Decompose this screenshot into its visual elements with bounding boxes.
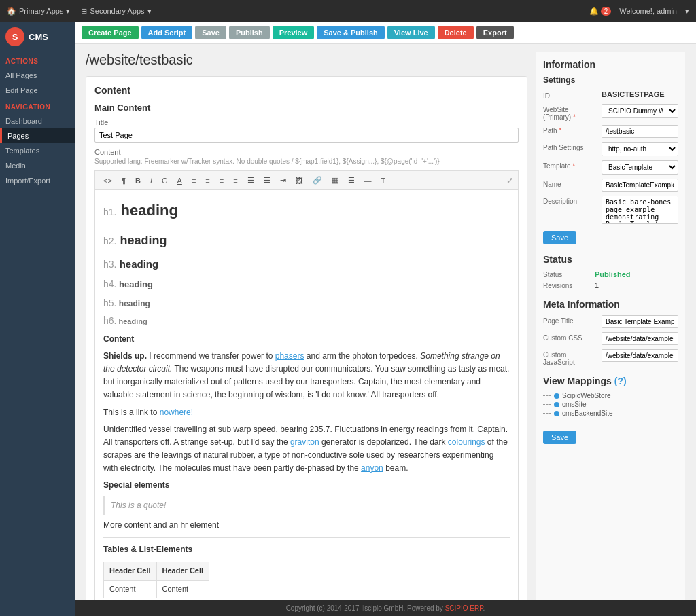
sidebar-item-dashboard[interactable]: Dashboard [0, 113, 75, 128]
mapping-line-icon [543, 395, 551, 396]
description-textarea[interactable]: Basic bare-bones page example demonstrat… [602, 196, 678, 224]
tool-heading[interactable]: ¶ [118, 175, 130, 187]
tool-align-justify[interactable]: ≡ [229, 175, 241, 187]
name-input[interactable] [602, 179, 678, 192]
secondary-apps-menu[interactable]: ⊞ Secondary Apps ▾ [81, 7, 151, 16]
tool-list[interactable]: ☰ [344, 174, 359, 187]
website-label: WebSite (Primary) [543, 104, 597, 121]
tool-align-left[interactable]: ≡ [188, 175, 200, 187]
tool-source[interactable]: <> [99, 175, 116, 187]
link-anyon[interactable]: anyon [361, 463, 383, 473]
mapping-line-icon [543, 404, 551, 405]
link-colourings[interactable]: colourings [448, 437, 485, 447]
footer-link[interactable]: SCIPIO ERP [445, 604, 483, 612]
info-title: Information [543, 59, 678, 70]
fullscreen-icon[interactable]: ⤢ [506, 175, 514, 185]
view-mappings-help[interactable]: (?) [614, 376, 627, 386]
tool-align-center[interactable]: ≡ [201, 175, 213, 187]
content-field: Content Supported lang: Freemarker w/Tra… [94, 148, 519, 165]
primary-apps-menu[interactable]: 🏠 Primary Apps ▾ [7, 7, 70, 16]
grid-icon: ⊞ [81, 7, 87, 16]
delete-button[interactable]: Delete [438, 26, 474, 39]
path-settings-row: Path Settings http, no-auth [543, 142, 678, 156]
tool-image[interactable]: 🖼 [292, 175, 307, 187]
preview-button[interactable]: Preview [273, 26, 315, 39]
template-row: Template BasicTemplate [543, 160, 678, 175]
paragraph2: Unidentified vessel travelling at sub wa… [103, 423, 510, 475]
sidebar-item-all-pages[interactable]: All Pages [0, 68, 75, 83]
website-select[interactable]: SCIPIO Dummy Web Site [602, 104, 678, 118]
create-page-button[interactable]: Create Page [82, 26, 139, 39]
primary-apps-label: Primary Apps [19, 7, 63, 15]
tool-underline[interactable]: A [173, 175, 186, 187]
mapping-label-2: cmsBackendSite [562, 410, 612, 417]
sidebar-item-edit-page[interactable]: Edit Page [0, 83, 75, 98]
mapping-label-0: ScipioWebStore [562, 392, 611, 399]
more-content: More content and an hr element [103, 519, 510, 532]
template-select[interactable]: BasicTemplate [602, 160, 678, 175]
title-input[interactable] [94, 128, 519, 143]
status-section: Status Status Published Revisions 1 [543, 254, 678, 289]
mapping-dot-icon [554, 402, 559, 407]
tool-italic[interactable]: I [146, 175, 156, 187]
page-scroll: /website/testbasic Content Main Content … [75, 44, 696, 600]
view-live-button[interactable]: View Live [387, 26, 435, 39]
actions-section-label: ACTIONS [0, 52, 75, 68]
description-label: Description [543, 196, 597, 205]
custom-js-input[interactable] [602, 349, 678, 362]
name-row: Name [543, 179, 678, 192]
paragraph1: Shields up. I recommend we transfer powe… [103, 350, 510, 402]
meta-save-button[interactable]: Save [543, 431, 576, 444]
tool-hr[interactable]: — [360, 175, 376, 187]
page-title-input[interactable] [602, 315, 678, 328]
tool-code[interactable]: T [377, 175, 390, 187]
tool-link[interactable]: 🔗 [309, 174, 326, 187]
logo-text: CMS [29, 32, 48, 42]
editor-content[interactable]: h1. heading h2. heading h3. heading h4. … [94, 189, 519, 600]
sidebar-item-import-export[interactable]: Import/Export [0, 173, 75, 188]
path-input[interactable] [602, 125, 678, 138]
topbar: 🏠 Primary Apps ▾ ⊞ Secondary Apps ▾ 🔔 2 … [0, 0, 696, 22]
tool-bold[interactable]: B [131, 175, 145, 187]
tool-ul[interactable]: ☰ [243, 174, 258, 187]
revisions-count: 1 [595, 281, 599, 289]
path-label: Path [543, 125, 597, 134]
add-script-button[interactable]: Add Script [141, 26, 193, 39]
publish-button[interactable]: Publish [229, 26, 270, 39]
link-phasers[interactable]: phasers [275, 351, 304, 361]
sidebar-item-media[interactable]: Media [0, 158, 75, 173]
save-button[interactable]: Save [195, 26, 226, 39]
title-label: Title [94, 118, 519, 126]
tool-strikethrough[interactable]: G [158, 175, 172, 187]
notification-bell[interactable]: 🔔 2 [589, 7, 612, 16]
export-button[interactable]: Export [476, 26, 514, 39]
mapping-item-1: cmsSite [543, 401, 678, 408]
info-section: Information Settings ID BASICTESTPAGE We… [543, 59, 678, 244]
custom-css-input[interactable] [602, 332, 678, 345]
tool-align-right[interactable]: ≡ [215, 175, 228, 187]
sidebar-item-templates[interactable]: Templates [0, 143, 75, 158]
topbar-right: 🔔 2 Welcome!, admin ▾ [589, 7, 689, 16]
link-graviton[interactable]: graviton [290, 437, 319, 447]
tables-label: Tables & List-Elements [103, 545, 192, 554]
status-title: Status [543, 254, 678, 265]
settings-save-button[interactable]: Save [543, 231, 576, 244]
path-settings-select[interactable]: http, no-auth [602, 142, 678, 156]
table-cell-2: Content [156, 580, 209, 598]
sidebar-item-pages[interactable]: Pages [0, 128, 75, 143]
tool-ol[interactable]: ☰ [260, 174, 275, 187]
content-table: Header Cell Header Cell Content Content [103, 562, 209, 598]
h6-text: heading [119, 317, 147, 325]
status-value: Published [595, 270, 631, 278]
tool-table[interactable]: ▦ [328, 174, 343, 187]
save-publish-button[interactable]: Save & Publish [317, 26, 384, 39]
revisions-label: Revisions [543, 282, 591, 289]
tool-indent[interactable]: ⇥ [276, 174, 290, 187]
status-row: Status Published [543, 270, 678, 278]
template-label: Template [543, 160, 597, 170]
h1-text: heading [121, 202, 178, 219]
user-menu[interactable]: Welcome!, admin [619, 7, 677, 15]
content-hint: Supported lang: Freemarker w/Tracker syn… [94, 158, 519, 165]
link-nowhere[interactable]: nowhere! [160, 407, 193, 417]
sidebar-logo: S CMS [0, 22, 75, 52]
